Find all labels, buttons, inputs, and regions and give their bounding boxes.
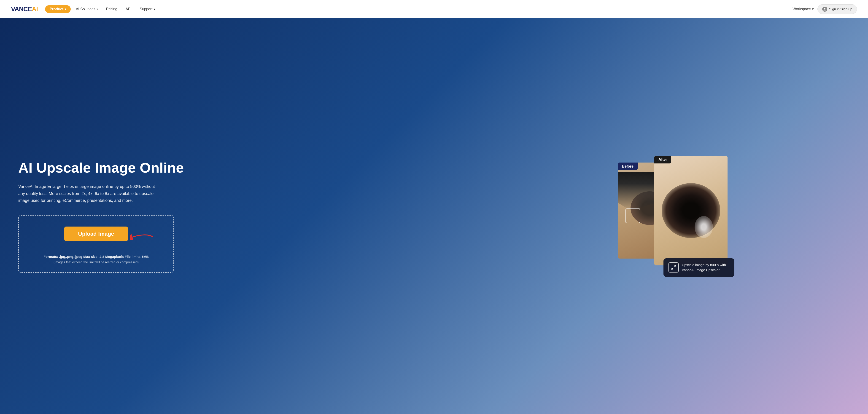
nav-right: Workspace ▾ Sign in/Sign up	[793, 4, 857, 14]
product-menu-button[interactable]: Product ▾	[45, 5, 71, 13]
nav-items: Product ▾ AI Solutions ▾ Pricing API Sup…	[45, 5, 793, 13]
svg-line-2	[672, 268, 673, 270]
ai-solutions-link[interactable]: AI Solutions ▾	[72, 5, 101, 13]
chevron-down-icon: ▾	[812, 7, 814, 11]
svg-line-1	[674, 266, 676, 267]
upload-formats: Formats: .jpg,.png,.jpeg Max size: 2.8 M…	[43, 254, 149, 265]
after-panel: After	[654, 156, 727, 266]
chevron-down-icon: ▾	[154, 7, 155, 11]
chevron-down-icon: ▾	[65, 7, 66, 11]
hero-description: VanceAI Image Enlarger helps enlarge ima…	[18, 183, 160, 204]
expand-icon	[669, 263, 679, 273]
formats-note: (Images that exceed the limit will be re…	[54, 261, 138, 264]
before-label: Before	[618, 163, 638, 170]
logo-vance: VANCE	[11, 5, 32, 13]
user-icon	[822, 7, 827, 12]
pricing-link[interactable]: Pricing	[103, 5, 121, 13]
logo-ai: AI	[32, 5, 38, 13]
signin-button[interactable]: Sign in/Sign up	[817, 4, 857, 14]
workspace-menu[interactable]: Workspace ▾	[793, 7, 814, 11]
hero-title: AI Upscale Image Online	[18, 160, 464, 176]
after-label: After	[654, 156, 671, 164]
magnify-box	[625, 208, 640, 223]
upload-image-button[interactable]: Upload Image	[64, 227, 128, 241]
before-after-container: Before After Upscale im	[618, 156, 727, 284]
tooltip-text: Upscale image by 800% with VanceAI Image…	[682, 263, 730, 273]
arrow-indicator	[130, 231, 155, 243]
upscale-tooltip: Upscale image by 800% with VanceAI Image…	[663, 258, 734, 277]
hero-section: AI Upscale Image Online VanceAI Image En…	[0, 18, 868, 414]
api-link[interactable]: API	[122, 5, 135, 13]
formats-text: Formats: .jpg,.png,.jpeg Max size: 2.8 M…	[43, 255, 149, 258]
upload-area[interactable]: Upload Image Formats: .jpg,.png,.j	[18, 215, 174, 273]
support-link[interactable]: Support ▾	[136, 5, 158, 13]
after-image	[654, 156, 727, 266]
chevron-down-icon: ▾	[97, 7, 98, 11]
hero-left: AI Upscale Image Online VanceAI Image En…	[0, 18, 477, 414]
logo[interactable]: VANCE AI	[11, 5, 38, 13]
navbar: VANCE AI Product ▾ AI Solutions ▾ Pricin…	[0, 0, 868, 18]
hero-right: Before After Upscale im	[477, 18, 868, 414]
